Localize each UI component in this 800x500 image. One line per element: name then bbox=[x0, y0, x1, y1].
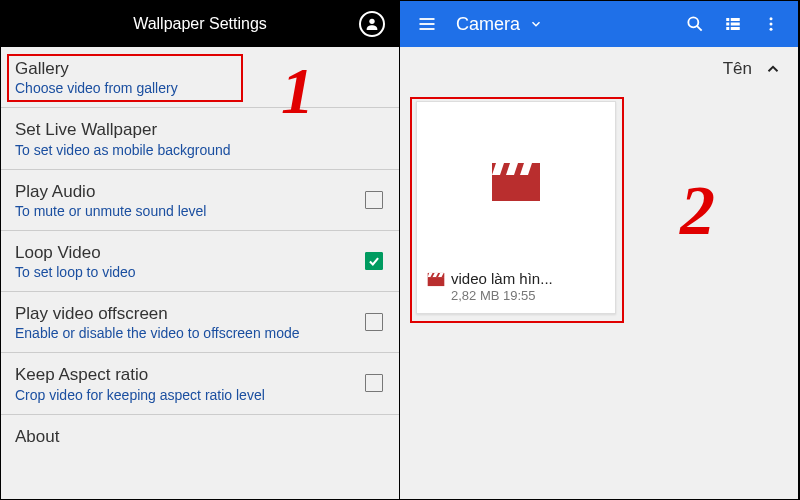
svg-point-14 bbox=[770, 28, 773, 31]
search-icon[interactable] bbox=[678, 7, 712, 41]
svg-rect-11 bbox=[731, 27, 740, 30]
settings-pane: Wallpaper Settings Gallery Choose video … bbox=[1, 1, 399, 499]
more-vert-icon[interactable] bbox=[754, 7, 788, 41]
row-play-audio[interactable]: Play Audio To mute or unmute sound level bbox=[1, 170, 399, 231]
chevron-down-icon[interactable] bbox=[524, 7, 548, 41]
video-thumbnail bbox=[417, 102, 615, 262]
row-subtitle: To set video as mobile background bbox=[15, 142, 385, 158]
svg-rect-9 bbox=[731, 23, 740, 26]
settings-list: Gallery Choose video from gallery Set Li… bbox=[1, 47, 399, 458]
row-title: Keep Aspect ratio bbox=[15, 364, 365, 385]
clapperboard-icon bbox=[427, 272, 445, 287]
svg-point-13 bbox=[770, 23, 773, 26]
row-gallery[interactable]: Gallery Choose video from gallery bbox=[1, 47, 399, 108]
gallery-pane: Camera Tên bbox=[400, 1, 798, 499]
sort-label: Tên bbox=[723, 59, 752, 79]
row-title: Play Audio bbox=[15, 181, 365, 202]
svg-rect-6 bbox=[726, 18, 729, 21]
settings-header: Wallpaper Settings bbox=[1, 1, 399, 47]
svg-rect-10 bbox=[726, 27, 729, 30]
row-subtitle: Choose video from gallery bbox=[15, 80, 385, 96]
clapperboard-icon bbox=[490, 161, 542, 203]
row-title: Loop Video bbox=[15, 242, 365, 263]
view-list-icon[interactable] bbox=[716, 7, 750, 41]
annotation-number-1: 1 bbox=[281, 53, 314, 129]
profile-icon[interactable] bbox=[359, 11, 385, 37]
sort-bar[interactable]: Tên bbox=[400, 47, 798, 91]
row-about[interactable]: About bbox=[1, 415, 399, 458]
svg-point-12 bbox=[770, 17, 773, 20]
checkbox-keep-aspect[interactable] bbox=[365, 374, 383, 392]
svg-line-5 bbox=[697, 26, 702, 31]
file-meta: 2,82 MB 19:55 bbox=[451, 288, 553, 303]
row-subtitle: Enable or disable the video to offscreen… bbox=[15, 325, 365, 341]
chevron-up-icon bbox=[764, 60, 782, 78]
file-info: video làm hìn... 2,82 MB 19:55 bbox=[417, 262, 615, 313]
video-file-card[interactable]: video làm hìn... 2,82 MB 19:55 bbox=[416, 101, 616, 314]
row-set-live-wallpaper[interactable]: Set Live Wallpaper To set video as mobil… bbox=[1, 108, 399, 169]
row-subtitle: To mute or unmute sound level bbox=[15, 203, 365, 219]
checkbox-play-audio[interactable] bbox=[365, 191, 383, 209]
hamburger-icon[interactable] bbox=[410, 7, 444, 41]
row-title: About bbox=[15, 426, 385, 447]
checkbox-loop-video[interactable] bbox=[365, 252, 383, 270]
svg-point-0 bbox=[369, 19, 374, 24]
checkbox-play-offscreen[interactable] bbox=[365, 313, 383, 331]
row-subtitle: To set loop to video bbox=[15, 264, 365, 280]
gallery-title[interactable]: Camera bbox=[448, 14, 520, 35]
svg-rect-15 bbox=[492, 175, 540, 201]
svg-rect-20 bbox=[428, 277, 445, 286]
annotation-number-2: 2 bbox=[680, 171, 715, 251]
row-subtitle: Crop video for keeping aspect ratio leve… bbox=[15, 387, 365, 403]
row-loop-video[interactable]: Loop Video To set loop to video bbox=[1, 231, 399, 292]
row-keep-aspect[interactable]: Keep Aspect ratio Crop video for keeping… bbox=[1, 353, 399, 414]
file-grid: video làm hìn... 2,82 MB 19:55 bbox=[400, 91, 798, 324]
row-title: Set Live Wallpaper bbox=[15, 119, 385, 140]
row-play-offscreen[interactable]: Play video offscreen Enable or disable t… bbox=[1, 292, 399, 353]
svg-rect-7 bbox=[731, 18, 740, 21]
file-name: video làm hìn... bbox=[451, 270, 553, 287]
row-title: Gallery bbox=[15, 58, 385, 79]
svg-point-4 bbox=[688, 17, 698, 27]
row-title: Play video offscreen bbox=[15, 303, 365, 324]
settings-title: Wallpaper Settings bbox=[41, 15, 359, 33]
gallery-header: Camera bbox=[400, 1, 798, 47]
svg-rect-8 bbox=[726, 23, 729, 26]
